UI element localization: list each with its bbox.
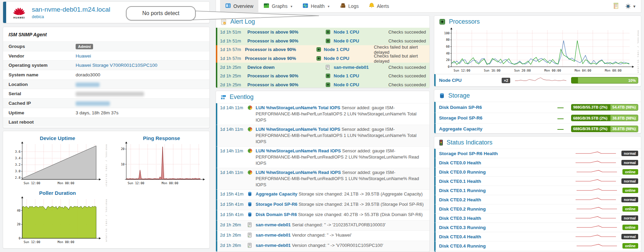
alert-entity-link[interactable]: san-nvme-deb01	[334, 65, 388, 70]
event-time: 1d 14h 11m	[220, 105, 247, 123]
eventlog-row[interactable]: 1d 14h 11mLUN %hwStorageLunName% Read IO…	[216, 146, 429, 168]
event-subject-link[interactable]: Aggregate Capacity	[256, 191, 297, 197]
ping-response-graph[interactable]: 1020Sun 12:00Mon 00:00RRDTOOL / TOBI OET…	[112, 142, 210, 187]
status-indicator-row[interactable]: Disk CTE0.1 Healthnormal	[434, 176, 641, 186]
event-subject-link[interactable]: LUN %hwStorageLunName% Read IOPS	[256, 148, 341, 153]
alert-rule-link[interactable]: Processor is above 90%	[245, 47, 316, 52]
event-subject-link[interactable]: san-nvme-deb01	[256, 243, 291, 248]
node-cpu-row[interactable]: Node CPU ×2 10%	[434, 74, 641, 86]
svg-text:RRDTOOL / TOBI OETIKER: RRDTOOL / TOBI OETIKER	[209, 144, 210, 186]
storage-name-link[interactable]: Aggregate Capacity	[439, 126, 482, 131]
alert-log-row[interactable]: 1d 1h 57mProcessor is above 90%Node 1 CP…	[216, 45, 429, 54]
redacted-value	[76, 92, 144, 96]
eventlog-row[interactable]: 2d 1h 26msan-nvme-deb01 Vendor changed: …	[216, 230, 429, 241]
alert-rule-link[interactable]: Processor is above 90%	[245, 56, 316, 61]
settings-menu[interactable]: ▾	[625, 3, 635, 9]
status-indicator-row[interactable]: Storage Pool SP-R6 Healthnormal	[434, 149, 641, 158]
ping-response-graph-title[interactable]: Ping Response	[112, 135, 210, 141]
processors-graph[interactable]: 020406080100Sun 12:00Sun 16:00Sun 20:00M…	[436, 28, 641, 75]
alert-rule-link[interactable]: Processor is above 90%	[247, 38, 325, 43]
device-uptime-graph[interactable]: 2.83.03.23.43.6Sun 12:00Mon 00:00RRDTOOL…	[8, 142, 107, 187]
alert-rule-link[interactable]: Processor is above 90%	[247, 73, 325, 78]
storage-name-link[interactable]: Storage Pool SP-R6	[439, 115, 482, 121]
alert-rule-link[interactable]: Device down	[247, 65, 325, 70]
alert-log-row[interactable]: 2d 1h 25mDevice downsan-nvme-deb01Checks…	[216, 63, 429, 72]
attribute-value-link[interactable]: Huawei	[76, 53, 91, 59]
sensor-name-link[interactable]: Disk CTE0.3 Health	[439, 216, 481, 221]
sensor-name-link[interactable]: Disk CTE0.1 Running	[439, 188, 486, 193]
notes-icon[interactable]	[613, 3, 619, 10]
sensor-name-link[interactable]: Disk CTE0.4 Running	[439, 243, 486, 249]
alert-entity-link[interactable]: Node 0 CPU	[334, 82, 388, 87]
status-indicator-row[interactable]: Disk CTE0.1 Runningonline	[434, 186, 641, 195]
eventlog-row[interactable]: 1d 15h 41mDisk Domain SP-R6 Storage size…	[216, 210, 429, 220]
alert-entity-link[interactable]: Node 0 CPU	[334, 38, 388, 43]
alert-time: 1d 1h 57m	[220, 47, 245, 52]
event-subject-link[interactable]: LUN %hwStorageLunName% Read IOPS	[256, 170, 341, 175]
attribute-row: System namedorado3000	[3, 70, 209, 79]
alert-log-row[interactable]: 1d 1h 51mProcessor is above 90%Node 0 CP…	[216, 37, 429, 46]
alert-log-row[interactable]: 2d 1h 25mProcessor is above 90%Node 0 CP…	[216, 80, 429, 88]
alert-log-row[interactable]: 1d 1h 51mProcessor is above 90%Node 1 CP…	[216, 28, 429, 37]
device-name-link[interactable]: san-nvme-deb01.m24.local	[32, 6, 110, 13]
svg-text:40: 40	[446, 52, 450, 55]
status-indicator-row[interactable]: Disk CTE0.0 Runningonline	[434, 167, 641, 176]
svg-text:Sun 12:00: Sun 12:00	[24, 240, 40, 244]
node-cpu-link[interactable]: Node CPU	[439, 78, 462, 83]
alert-entity-link[interactable]: Node 1 CPU	[334, 73, 388, 78]
device-location[interactable]: debica	[32, 14, 110, 19]
event-subject-link[interactable]: san-nvme-deb01	[256, 232, 291, 238]
status-indicator-row[interactable]: Disk CTE0.0 Healthnormal	[434, 158, 641, 167]
storage-row[interactable]: Storage Pool SP-R6688GB/39.5TB (2%)38.8T…	[434, 113, 641, 124]
eventlog-row[interactable]: 1d 15h 41mAggregate Capacity Storage siz…	[216, 189, 429, 200]
tab-alerts[interactable]: Alerts	[364, 0, 394, 12]
eventlog-row[interactable]: 2d 1h 26msan-nvme-deb01 Version changed:…	[216, 241, 429, 251]
status-indicator-row[interactable]: Disk CTE0.2 Healthnormal	[434, 195, 641, 204]
eventlog-row[interactable]: 1d 14h 11mLUN %hwStorageLunName% Total I…	[216, 103, 429, 125]
tab-logs[interactable]: Logs	[335, 0, 364, 12]
alert-log-row[interactable]: 2d 1h 25mProcessor is above 90%Node 1 CP…	[216, 72, 429, 80]
storage-row[interactable]: Aggregate Capacity688GB/39.5TB (2%)38.8T…	[434, 123, 641, 134]
group-badge[interactable]: Admini	[76, 44, 93, 49]
event-subject-link[interactable]: Disk Domain SP-R6	[256, 212, 297, 217]
sensor-name-link[interactable]: Disk CTE0.2 Health	[439, 197, 481, 202]
tooltip-pointer	[192, 7, 323, 23]
status-indicator-row[interactable]: Disk CTE0.3 Healthnormal	[434, 213, 641, 223]
eventlog-row[interactable]: 1d 14h 11mLUN %hwStorageLunName% Read IO…	[216, 168, 429, 189]
device-uptime-graph-title[interactable]: Device Uptime	[8, 135, 107, 141]
alert-entity-link[interactable]: Node 1 CPU	[334, 29, 388, 35]
sensor-name-link[interactable]: Disk CTE0.0 Running	[439, 169, 486, 175]
event-subject-link[interactable]: san-nvme-deb01	[256, 222, 291, 227]
alert-log-row[interactable]: 1d 1h 57mProcessor is above 90%Node 0 CP…	[216, 54, 429, 63]
storage-row[interactable]: Disk Domain SP-R6988GB/55.3TB (2%)54.4TB…	[434, 102, 641, 113]
status-indicator-row[interactable]: Disk CTE0.3 Runningonline	[434, 223, 641, 232]
poller-duration-graph[interactable]: 02040Sun 12:00Mon 00:00RRDTOOL / TOBI OE…	[8, 197, 107, 246]
sensor-name-link[interactable]: Disk CTE0.3 Running	[439, 225, 486, 230]
sensor-name-link[interactable]: Disk CTE0.0 Health	[439, 160, 481, 165]
eventlog-row[interactable]: 1d 15h 41mStorage Pool SP-R6 Storage siz…	[216, 200, 429, 210]
status-indicator-row[interactable]: Disk CTE0.2 Runningonline	[434, 204, 641, 213]
eventlog-row[interactable]: 2d 1h 26msan-nvme-deb01 Serial changed: …	[216, 220, 429, 230]
status-indicator-row[interactable]: Disk CTE0.4 Healthnormal	[434, 232, 641, 241]
attribute-value-link[interactable]: Huawei Storage V700R001C10SPC100	[76, 63, 157, 68]
sensor-name-link[interactable]: Storage Pool SP-R6 Health	[439, 151, 498, 156]
alerts-icon	[369, 3, 374, 10]
sensor-name-link[interactable]: Disk CTE0.1 Health	[439, 179, 481, 184]
storage-name-link[interactable]: Disk Domain SP-R6	[439, 105, 482, 110]
alert-entity-link[interactable]: Node 1 CPU	[324, 47, 374, 52]
status-indicator-row[interactable]: Disk CTE0.5 Healthnormal	[434, 250, 641, 252]
sensor-name-link[interactable]: Disk CTE0.2 Running	[439, 206, 486, 212]
event-subject-link[interactable]: LUN %hwStorageLunName% Total IOPS	[256, 127, 340, 132]
alert-rule-link[interactable]: Processor is above 90%	[247, 82, 325, 87]
alert-entity-link[interactable]: Node 0 CPU	[324, 56, 374, 61]
alert-rule-link[interactable]: Processor is above 90%	[247, 29, 325, 35]
event-subject-link[interactable]: LUN %hwStorageLunName% Total IOPS	[256, 105, 340, 110]
sensor-name-link[interactable]: Disk CTE0.4 Health	[439, 234, 481, 239]
poller-duration-graph-title[interactable]: Poller Duration	[8, 190, 107, 196]
status-indicator-row[interactable]: Disk CTE0.4 Runningonline	[434, 241, 641, 250]
eventlog-row[interactable]: 1d 14h 11mLUN %hwStorageLunName% Total I…	[216, 125, 429, 146]
svg-text:Sun 12:00: Sun 12:00	[24, 181, 40, 185]
event-subject-link[interactable]: Storage Pool SP-R6	[256, 202, 297, 207]
attribute-label: Cached IP	[9, 101, 76, 106]
storage-rows: Disk Domain SP-R6988GB/55.3TB (2%)54.4TB…	[434, 102, 641, 134]
